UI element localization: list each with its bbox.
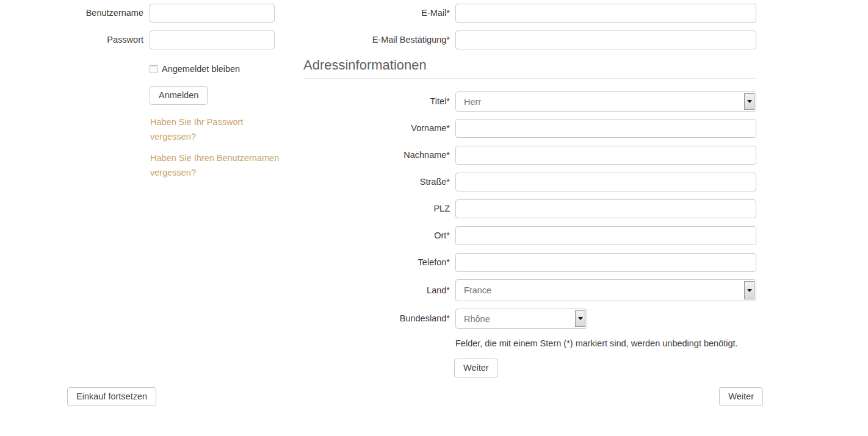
country-label: Land* — [303, 281, 450, 301]
forgot-username-link[interactable]: Haben Sie Ihren Benutzernamen vergessen? — [150, 151, 283, 180]
password-row: Passwort — [0, 30, 303, 50]
city-label: Ort* — [303, 226, 450, 246]
phone-label: Telefon* — [303, 252, 450, 273]
register-next-button[interactable]: Weiter — [454, 359, 498, 377]
zip-input[interactable] — [455, 199, 756, 218]
last-name-label: Nachname* — [303, 145, 450, 165]
form-columns: Benutzername Passwort Angemeldet bleiben… — [0, 0, 868, 377]
title-row: Titel* Herr — [303, 91, 756, 112]
email-confirm-row: E-Mail Bestätigung* — [303, 30, 756, 50]
first-name-input[interactable] — [455, 119, 756, 138]
email-confirm-input[interactable] — [455, 30, 756, 49]
last-name-input[interactable] — [455, 146, 756, 165]
email-input[interactable] — [455, 4, 756, 23]
remember-me-row: Angemeldet bleiben — [150, 64, 303, 74]
registration-form: E-Mail* E-Mail Bestätigung* Adressinform… — [303, 3, 756, 377]
title-label: Titel* — [303, 91, 450, 112]
login-button[interactable]: Anmelden — [150, 86, 208, 105]
password-input[interactable] — [150, 30, 275, 49]
state-select[interactable]: Rhône — [455, 309, 587, 329]
first-name-label: Vorname* — [303, 118, 450, 138]
last-name-row: Nachname* — [303, 145, 756, 165]
chevron-down-icon — [744, 281, 754, 299]
email-confirm-label: E-Mail Bestätigung* — [303, 30, 450, 50]
continue-shopping-button[interactable]: Einkauf fortsetzen — [67, 387, 156, 406]
phone-row: Telefon* — [303, 252, 756, 273]
city-row: Ort* — [303, 226, 756, 246]
street-input[interactable] — [455, 173, 756, 191]
checkout-page: Benutzername Passwort Angemeldet bleiben… — [0, 0, 868, 436]
street-row: Straße* — [303, 172, 756, 192]
state-select-value: Rhône — [464, 314, 490, 324]
email-label: E-Mail* — [303, 3, 450, 23]
username-input[interactable] — [150, 4, 275, 23]
password-label: Passwort — [0, 30, 143, 50]
title-select-value: Herr — [464, 97, 481, 107]
phone-input[interactable] — [455, 253, 756, 272]
bottom-action-bar: Einkauf fortsetzen Weiter — [67, 387, 763, 406]
username-row: Benutzername — [0, 3, 303, 23]
email-row: E-Mail* — [303, 3, 756, 23]
state-row: Bundesland* Rhône — [303, 309, 756, 329]
country-row: Land* France — [303, 279, 756, 301]
checkout-next-button[interactable]: Weiter — [719, 387, 763, 406]
chevron-down-icon — [575, 310, 585, 327]
country-select[interactable]: France — [455, 279, 756, 301]
remember-me-checkbox[interactable] — [150, 65, 157, 73]
city-input[interactable] — [455, 226, 756, 245]
zip-row: PLZ — [303, 199, 756, 219]
address-section-heading: Adressinformationen — [303, 57, 756, 73]
chevron-down-icon — [744, 93, 754, 110]
street-label: Straße* — [303, 172, 450, 192]
zip-label: PLZ — [303, 199, 450, 219]
address-section-divider — [303, 78, 756, 79]
forgot-password-link[interactable]: Haben Sie Ihr Passwort vergessen? — [150, 115, 283, 144]
required-fields-note: Felder, die mit einem Stern (*) markiert… — [455, 338, 756, 348]
remember-me-label: Angemeldet bleiben — [162, 64, 240, 74]
state-label: Bundesland* — [303, 309, 450, 329]
first-name-row: Vorname* — [303, 118, 756, 138]
country-select-value: France — [464, 285, 491, 295]
login-form: Benutzername Passwort Angemeldet bleiben… — [0, 3, 303, 377]
title-select[interactable]: Herr — [455, 91, 756, 112]
username-label: Benutzername — [0, 3, 143, 23]
